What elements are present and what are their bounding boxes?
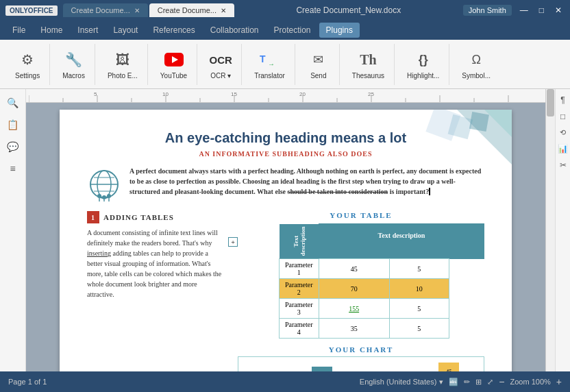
pilcrow-icon[interactable]: ¶ (558, 93, 567, 107)
val2-1: 5 (389, 259, 449, 279)
maximize-button[interactable]: □ (536, 5, 547, 15)
layout-icon[interactable]: □ (558, 110, 567, 123)
intro-section: A perfect document always starts with a … (87, 166, 484, 201)
tab-2-close[interactable]: ✕ (221, 7, 226, 14)
view-icon[interactable]: ⊞ (475, 378, 482, 387)
language-selector[interactable]: English (United States) ▾ (360, 378, 444, 387)
macros-button[interactable]: 🔧 Macros (58, 47, 89, 81)
rotate-icon[interactable]: ⟲ (558, 126, 568, 139)
param-3: Parameter 3 (280, 299, 319, 319)
scissors-icon[interactable]: ✂ (558, 158, 569, 172)
highlight-button[interactable]: {} Highlight... (403, 47, 443, 81)
chart-icon[interactable]: 📊 (556, 142, 570, 156)
table-and-chart: YOUR TABLE + Textdescription Text descri… (238, 211, 484, 371)
symbol-button[interactable]: Ω Symbol... (458, 47, 495, 81)
ribbon-group-translator: T → Translator (245, 44, 295, 85)
underline-inserting: inserting (87, 249, 111, 257)
add-row-button[interactable]: + (228, 237, 238, 247)
scrollbar-thumb[interactable] (547, 89, 554, 117)
menu-layout[interactable]: Layout (106, 23, 145, 38)
svg-point-35 (97, 194, 101, 198)
app-logo: ONLYOFFICE (5, 5, 58, 16)
rotate-header: Textdescription (280, 223, 319, 259)
param-1: Parameter 1 (280, 259, 319, 279)
chart-bar-45: 45 (438, 363, 459, 371)
ocr-button[interactable]: OCR OCR ▾ (206, 47, 236, 81)
menu-plugins[interactable]: Plugins (319, 23, 360, 38)
fit-page-icon[interactable]: ⤢ (487, 378, 493, 387)
photo-editor-button[interactable]: 🖼 Photo E... (103, 47, 142, 81)
ribbon-group-macros: 🔧 Macros (53, 44, 95, 85)
ribbon-group-youtube: YouTube (151, 44, 197, 85)
col-val1 (389, 248, 449, 259)
chart-area: 35 45 (238, 356, 484, 371)
settings-label: Settings (15, 72, 40, 79)
ribbon-group-send: ✉ Send (298, 44, 340, 85)
svg-rect-29 (469, 112, 489, 132)
menu-bar: File Home Insert Layout References Colla… (0, 21, 570, 40)
close-button[interactable]: ✕ (552, 5, 565, 15)
table-row: Parameter 2 70 10 (280, 279, 485, 299)
send-button[interactable]: ✉ Send (303, 47, 334, 81)
ribbon: ⚙ Settings 🔧 Macros 🖼 Photo E... YouTube (0, 40, 570, 89)
translator-icon: T → (258, 49, 280, 71)
user-button[interactable]: John Smith (463, 5, 512, 16)
svg-text:25: 25 (368, 91, 374, 97)
zoom-out-button[interactable]: − (499, 376, 504, 387)
symbol-label: Symbol... (462, 72, 491, 79)
macros-label: Macros (62, 72, 85, 79)
sidebar-menu-icon[interactable]: ≡ (3, 159, 23, 178)
sidebar-search-icon[interactable]: 🔍 (3, 93, 23, 112)
table-header: Text description (319, 223, 484, 248)
ribbon-group-settings: ⚙ Settings (5, 44, 50, 85)
val1-4: 35 (319, 319, 389, 339)
ribbon-group-highlight: {} Highlight... (397, 44, 449, 85)
translator-label: Translator (254, 72, 285, 79)
svg-point-37 (107, 194, 111, 198)
vertical-scrollbar[interactable] (545, 89, 555, 371)
tab-1-close[interactable]: ✕ (134, 7, 140, 14)
ruler: 5 10 15 20 25 (26, 89, 545, 103)
status-left: Page 1 of 1 (8, 378, 47, 386)
data-table: Textdescription Text description (279, 223, 484, 339)
val2-4: 5 (389, 319, 449, 339)
menu-insert[interactable]: Insert (71, 23, 105, 38)
translator-button[interactable]: T → Translator (250, 47, 289, 81)
table-row: Parameter 1 45 5 (280, 259, 485, 279)
sidebar-clipboard-icon[interactable]: 📋 (3, 115, 23, 134)
highlight-label: Highlight... (407, 72, 439, 79)
menu-collaboration[interactable]: Collaboration (203, 23, 266, 38)
ribbon-group-ocr: OCR OCR ▾ (200, 44, 242, 85)
svg-text:15: 15 (231, 91, 237, 97)
col-param (319, 248, 389, 259)
settings-button[interactable]: ⚙ Settings (11, 47, 44, 81)
zoom-in-button[interactable]: + (556, 376, 562, 387)
edit-icon[interactable]: ✏ (464, 378, 470, 387)
menu-references[interactable]: References (146, 23, 201, 38)
menu-protection[interactable]: Protection (267, 23, 318, 38)
tab-bar: Create Docume... ✕ Create Docume... ✕ (63, 3, 234, 17)
menu-home[interactable]: Home (34, 23, 69, 38)
minimize-button[interactable]: — (517, 5, 531, 15)
lang-dropdown-icon: ▾ (439, 378, 443, 387)
svg-text:5: 5 (94, 91, 97, 97)
symbol-icon: Ω (465, 49, 487, 71)
spell-check-icon[interactable]: 🔤 (449, 378, 458, 387)
status-bar: Page 1 of 1 English (United States) ▾ 🔤 … (0, 371, 570, 392)
sidebar-comment-icon[interactable]: 💬 (3, 137, 23, 156)
youtube-button[interactable]: YouTube (156, 47, 191, 81)
svg-point-36 (102, 195, 106, 199)
ocr-icon: OCR (210, 49, 232, 71)
tab-2[interactable]: Create Docume... ✕ (149, 3, 234, 17)
menu-file[interactable]: File (5, 23, 32, 38)
document-decoration (375, 110, 512, 164)
param-4: Parameter 4 (280, 319, 319, 339)
chart-bar-35: 35 (312, 367, 332, 371)
section-title-label: ADDING TABLES (103, 213, 174, 221)
settings-icon: ⚙ (16, 49, 38, 71)
val2-3: 5 (389, 299, 449, 319)
title-bar-right: John Smith — □ ✕ (463, 5, 565, 16)
thesaurus-button[interactable]: Th Thesaurus (348, 47, 388, 81)
document[interactable]: An eye-catching heading means a lot AN I… (60, 110, 512, 371)
tab-1[interactable]: Create Docume... ✕ (63, 3, 148, 17)
